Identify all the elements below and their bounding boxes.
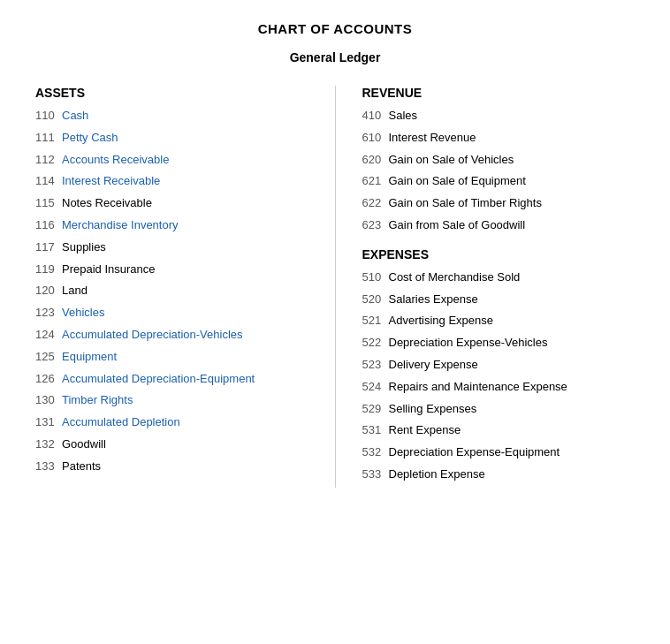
account-row: 510Cost of Merchandise Sold [362, 269, 636, 287]
account-number: 410 [362, 107, 389, 125]
account-number: 130 [35, 391, 62, 410]
account-name: Supplies [62, 239, 106, 257]
expenses-header: EXPENSES [362, 247, 636, 261]
account-name: Timber Rights [62, 391, 133, 410]
account-row: 110Cash [35, 107, 308, 125]
account-name: Depreciation Expense-Equipment [389, 443, 560, 462]
account-name: Interest Revenue [389, 129, 476, 148]
account-number: 123 [35, 304, 62, 322]
revenue-header: REVENUE [362, 86, 636, 100]
account-number: 115 [35, 194, 62, 213]
account-row: 124Accumulated Depreciation-Vehicles [35, 326, 308, 345]
account-number: 532 [362, 443, 389, 462]
subtitle: General Ledger [35, 50, 635, 64]
account-number: 132 [35, 436, 62, 454]
account-row: 533Depletion Expense [362, 466, 636, 484]
account-row: 116Merchandise Inventory [35, 216, 308, 235]
account-number: 622 [362, 194, 389, 213]
account-name: Delivery Expense [389, 356, 478, 375]
account-number: 112 [35, 151, 62, 170]
account-number: 110 [35, 107, 62, 125]
account-number: 524 [362, 378, 389, 397]
account-row: 531Rent Expense [362, 421, 636, 440]
account-row: 521Advertising Expense [362, 312, 636, 330]
account-row: 112Accounts Receivable [35, 151, 308, 170]
account-name: Accounts Receivable [62, 151, 169, 170]
columns: ASSETS 110Cash111Petty Cash112Accounts R… [35, 86, 635, 488]
account-row: 126Accumulated Depreciation-Equipment [35, 370, 308, 389]
revenue-list: 410Sales610Interest Revenue620Gain on Sa… [362, 107, 636, 235]
account-name: Selling Expenses [389, 400, 477, 419]
account-number: 125 [35, 348, 62, 367]
account-number: 520 [362, 291, 389, 309]
account-name: Prepaid Insurance [62, 261, 156, 279]
account-number: 529 [362, 400, 389, 419]
account-row: 114Interest Receivable [35, 172, 308, 191]
account-name: Merchandise Inventory [62, 216, 179, 235]
account-row: 125Equipment [35, 348, 308, 367]
account-name: Land [62, 282, 88, 300]
right-column: REVENUE 410Sales610Interest Revenue620Ga… [336, 86, 636, 488]
account-name: Patents [62, 458, 101, 476]
account-name: Gain on Sale of Timber Rights [389, 194, 542, 213]
account-name: Sales [389, 107, 418, 125]
account-number: 510 [362, 269, 389, 287]
account-number: 620 [362, 151, 389, 170]
account-name: Interest Receivable [62, 172, 160, 191]
account-name: Gain on Sale of Equipment [389, 172, 526, 191]
account-row: 119Prepaid Insurance [35, 261, 308, 279]
account-name: Notes Receivable [62, 194, 152, 213]
account-row: 532Depreciation Expense-Equipment [362, 443, 636, 462]
account-row: 111Petty Cash [35, 129, 308, 148]
account-row: 529Selling Expenses [362, 400, 636, 419]
account-row: 133Patents [35, 458, 308, 476]
account-name: Equipment [62, 348, 117, 367]
account-name: Accumulated Depletion [62, 413, 180, 432]
account-row: 410Sales [362, 107, 636, 125]
account-row: 123Vehicles [35, 304, 308, 322]
account-name: Repairs and Maintenance Expense [389, 378, 567, 397]
account-number: 523 [362, 356, 389, 375]
account-number: 116 [35, 216, 62, 235]
account-name: Gain from Sale of Goodwill [389, 216, 526, 235]
account-number: 522 [362, 334, 389, 352]
account-row: 132Goodwill [35, 436, 308, 454]
account-row: 522Depreciation Expense-Vehicles [362, 334, 636, 352]
account-number: 120 [35, 282, 62, 300]
account-row: 115Notes Receivable [35, 194, 308, 213]
account-number: 111 [35, 129, 62, 148]
account-name: Vehicles [62, 304, 104, 322]
account-row: 610Interest Revenue [362, 129, 636, 148]
account-row: 523Delivery Expense [362, 356, 636, 375]
assets-list: 110Cash111Petty Cash112Accounts Receivab… [35, 107, 308, 476]
account-number: 119 [35, 261, 62, 279]
account-row: 117Supplies [35, 239, 308, 257]
account-name: Depreciation Expense-Vehicles [389, 334, 548, 352]
account-row: 120Land [35, 282, 308, 300]
account-row: 524Repairs and Maintenance Expense [362, 378, 636, 397]
account-row: 623Gain from Sale of Goodwill [362, 216, 636, 235]
expenses-list: 510Cost of Merchandise Sold520Salaries E… [362, 269, 636, 484]
account-number: 126 [35, 370, 62, 389]
assets-header: ASSETS [35, 86, 308, 100]
account-number: 623 [362, 216, 389, 235]
account-name: Advertising Expense [389, 312, 494, 330]
main-title: CHART OF ACCOUNTS [35, 21, 635, 36]
account-number: 131 [35, 413, 62, 432]
account-number: 133 [35, 458, 62, 476]
account-number: 621 [362, 172, 389, 191]
account-name: Depletion Expense [389, 466, 485, 484]
account-row: 621Gain on Sale of Equipment [362, 172, 636, 191]
account-name: Accumulated Depreciation-Vehicles [62, 326, 243, 345]
account-name: Rent Expense [389, 421, 461, 440]
account-row: 622Gain on Sale of Timber Rights [362, 194, 636, 213]
account-number: 610 [362, 129, 389, 148]
page: CHART OF ACCOUNTS General Ledger ASSETS … [0, 0, 670, 644]
account-number: 521 [362, 312, 389, 330]
account-name: Cash [62, 107, 88, 125]
account-name: Petty Cash [62, 129, 118, 148]
account-number: 531 [362, 421, 389, 440]
account-number: 117 [35, 239, 62, 257]
account-name: Accumulated Depreciation-Equipment [62, 370, 255, 389]
account-name: Cost of Merchandise Sold [389, 269, 521, 287]
